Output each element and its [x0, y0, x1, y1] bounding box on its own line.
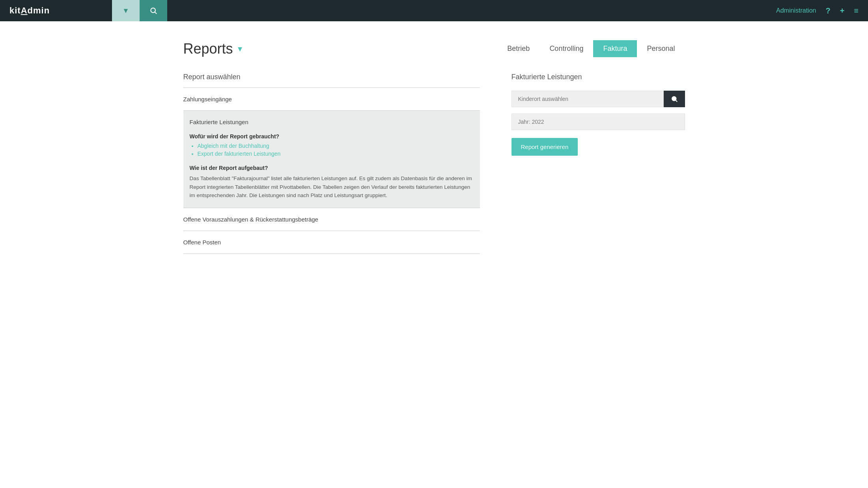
- add-icon[interactable]: +: [840, 6, 845, 15]
- kinderort-input[interactable]: [511, 91, 664, 107]
- report-item-offene-posten[interactable]: Offene Posten: [183, 231, 480, 254]
- report-label: Zahlungseingänge: [183, 96, 232, 102]
- detail-question-2: Wie ist der Report aufgebaut?: [190, 165, 474, 171]
- left-panel: Report auswählen Zahlungseingänge Faktur…: [183, 73, 480, 254]
- logo: kitAdmin: [9, 6, 50, 16]
- report-item-zahlungseingaenge[interactable]: Zahlungseingänge: [183, 88, 480, 111]
- report-label: Offene Posten: [183, 239, 221, 246]
- tab-navigation: Betrieb Controlling Faktura Personal: [497, 40, 685, 57]
- content-layout: Report auswählen Zahlungseingänge Faktur…: [183, 73, 685, 254]
- search-icon: [149, 7, 157, 15]
- page-title: Reports: [183, 41, 233, 57]
- report-item-fakturierte-leistungen[interactable]: Fakturierte Leistungen: [183, 111, 480, 133]
- administration-link[interactable]: Administration: [776, 7, 816, 14]
- kinderort-input-row: [511, 91, 685, 107]
- tab-personal[interactable]: Personal: [637, 40, 685, 57]
- chevron-down-icon: ▼: [122, 7, 129, 15]
- logo-area: kitAdmin: [0, 0, 112, 21]
- report-label: Fakturierte Leistungen: [190, 119, 248, 125]
- report-label: Offene Vorauszahlungen & Rückerstattungs…: [183, 216, 318, 223]
- search-toggle[interactable]: [140, 0, 167, 21]
- header-right: Administration ? + ≡: [767, 0, 868, 21]
- title-chevron-icon[interactable]: ▾: [238, 44, 242, 54]
- detail-body-text: Das Tabellenblatt "Fakturajournal" liste…: [190, 174, 474, 200]
- tab-faktura[interactable]: Faktura: [593, 40, 637, 57]
- detail-bullets: Abgleich mit der Buchhaltung Export der …: [198, 143, 474, 157]
- fakturierte-leistungen-heading: Fakturierte Leistungen: [511, 73, 685, 81]
- detail-question-1: Wofür wird der Report gebraucht?: [190, 133, 474, 140]
- right-panel: Fakturierte Leistungen Report generieren: [511, 73, 685, 254]
- header: kitAdmin ▼ Administration ? + ≡: [0, 0, 868, 21]
- detail-bullet-1: Abgleich mit der Buchhaltung: [198, 143, 474, 149]
- help-icon[interactable]: ?: [825, 6, 830, 15]
- dropdown-toggle[interactable]: ▼: [112, 0, 140, 21]
- detail-bullet-2: Export der fakturierten Leistungen: [198, 151, 474, 157]
- report-detail-panel: Wofür wird der Report gebraucht? Abgleic…: [183, 133, 480, 208]
- page-title-left: Reports ▾: [183, 41, 242, 57]
- tab-controlling[interactable]: Controlling: [539, 40, 593, 57]
- generate-report-button[interactable]: Report generieren: [511, 138, 578, 156]
- search-icon: [671, 95, 678, 102]
- svg-line-1: [155, 12, 157, 14]
- report-item-offene-vorauszahlungen[interactable]: Offene Vorauszahlungen & Rückerstattungs…: [183, 208, 480, 231]
- svg-line-3: [676, 100, 677, 101]
- kinderort-search-button[interactable]: [664, 91, 685, 107]
- tab-betrieb[interactable]: Betrieb: [497, 40, 539, 57]
- page-title-row: Reports ▾ Betrieb Controlling Faktura Pe…: [183, 40, 685, 57]
- menu-icon[interactable]: ≡: [854, 6, 859, 15]
- main-content: Reports ▾ Betrieb Controlling Faktura Pe…: [158, 21, 710, 273]
- year-input[interactable]: [511, 114, 685, 130]
- report-select-heading: Report auswählen: [183, 73, 480, 81]
